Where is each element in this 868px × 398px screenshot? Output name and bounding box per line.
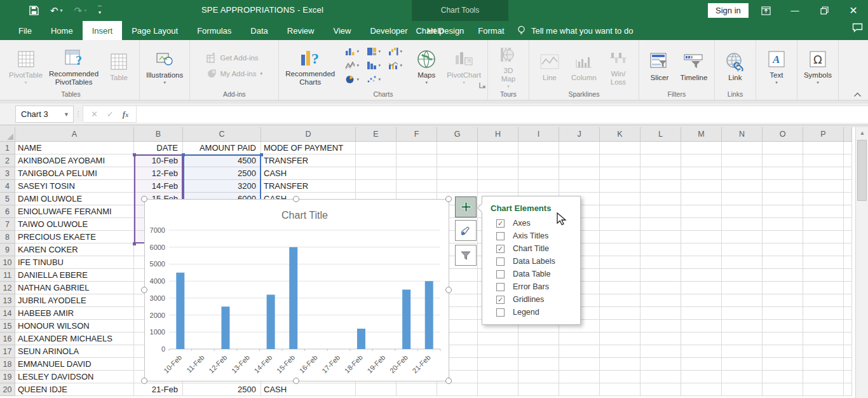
cell-G4[interactable]: [437, 180, 478, 193]
cell-F3[interactable]: [397, 167, 437, 180]
cell-x13[interactable]: [844, 294, 852, 307]
cell-F20[interactable]: [397, 383, 437, 396]
cell-O2[interactable]: [763, 154, 803, 167]
cell-D20[interactable]: CASH: [261, 383, 356, 396]
cell-O19[interactable]: [763, 371, 803, 383]
cell-L9[interactable]: [641, 244, 681, 256]
cell-D3[interactable]: CASH: [261, 167, 356, 180]
cell-M5[interactable]: [681, 193, 722, 205]
cell-A13[interactable]: JUBRIL AYODELE: [15, 294, 134, 307]
cell-P13[interactable]: [803, 294, 844, 307]
cell-M13[interactable]: [681, 294, 722, 307]
cell-O7[interactable]: [763, 218, 803, 231]
cell-O16[interactable]: [763, 333, 803, 345]
cell-K4[interactable]: [600, 180, 641, 193]
cell-O15[interactable]: [763, 320, 803, 333]
cell-x19[interactable]: [844, 371, 852, 383]
cell-O6[interactable]: [763, 205, 803, 218]
chart-styles-button[interactable]: [455, 220, 477, 241]
cell-O17[interactable]: [763, 345, 803, 358]
cell-K18[interactable]: [600, 358, 641, 371]
cell-P9[interactable]: [803, 244, 844, 256]
cell-B2[interactable]: 10-Feb: [134, 154, 183, 167]
cell-P19[interactable]: [803, 371, 844, 383]
cell-M2[interactable]: [681, 154, 722, 167]
checked-checkbox-icon[interactable]: ✓: [496, 245, 505, 253]
cell-L6[interactable]: [641, 205, 681, 218]
column-header-C[interactable]: C: [183, 127, 261, 142]
cell-K11[interactable]: [600, 269, 641, 282]
cell-C20[interactable]: 2500: [183, 383, 261, 396]
scroll-up-icon[interactable]: ▲: [856, 127, 868, 139]
cell-M8[interactable]: [681, 231, 722, 244]
cell-O20[interactable]: [763, 383, 803, 396]
cell-x3[interactable]: [844, 167, 852, 180]
cell-M16[interactable]: [681, 333, 722, 345]
row-header-2[interactable]: 2: [0, 154, 15, 167]
scrollbar-thumb[interactable]: [857, 140, 867, 201]
cell-O13[interactable]: [763, 294, 803, 307]
cell-N13[interactable]: [722, 294, 763, 307]
cell-O8[interactable]: [763, 231, 803, 244]
row-header-18[interactable]: 18: [0, 358, 15, 371]
cell-H20[interactable]: [478, 383, 519, 396]
cell-L7[interactable]: [641, 218, 681, 231]
cell-x20[interactable]: [844, 383, 852, 396]
column-header-B[interactable]: B: [134, 127, 183, 142]
insert-column-chart-icon[interactable]: ▾: [341, 45, 363, 58]
column-header-I[interactable]: I: [519, 127, 559, 142]
insert-combo-chart-icon[interactable]: ▾: [384, 58, 406, 72]
cell-C1[interactable]: AMOUNT PAID: [183, 142, 261, 154]
cell-P17[interactable]: [803, 345, 844, 358]
cell-F4[interactable]: [397, 180, 437, 193]
row-header-8[interactable]: 8: [0, 231, 15, 244]
row-header-15[interactable]: 15: [0, 320, 15, 333]
sign-in-button[interactable]: Sign in: [708, 3, 749, 18]
cell-M9[interactable]: [681, 244, 722, 256]
cell-M1[interactable]: [681, 142, 722, 154]
cell-M7[interactable]: [681, 218, 722, 231]
undo-button[interactable]: ↶▾: [50, 5, 63, 17]
cell-A4[interactable]: SASEYI TOSIN: [15, 180, 134, 193]
recommended-pivottables-button[interactable]: ?Recommended PivotTables: [46, 45, 101, 86]
column-header-A[interactable]: A: [15, 127, 134, 142]
chart-resize-handle[interactable]: [141, 378, 147, 384]
tab-format[interactable]: Format: [471, 21, 511, 40]
cell-B20[interactable]: 21-Feb: [134, 383, 183, 396]
chart-resize-handle[interactable]: [445, 378, 452, 384]
row-header-19[interactable]: 19: [0, 371, 15, 383]
insert-line-chart-icon[interactable]: ▾: [341, 58, 363, 72]
column-header-P[interactable]: P: [803, 127, 844, 142]
column-header-F[interactable]: F: [397, 127, 437, 142]
cell-I19[interactable]: [519, 371, 559, 383]
cell-x7[interactable]: [844, 218, 852, 231]
cell-K6[interactable]: [600, 205, 641, 218]
chart-resize-handle[interactable]: [445, 196, 452, 202]
cell-L13[interactable]: [641, 294, 681, 307]
cell-J1[interactable]: [559, 142, 600, 154]
row-header-1[interactable]: 1: [0, 142, 15, 154]
cell-A15[interactable]: HONOUR WILSON: [15, 320, 134, 333]
cell-N2[interactable]: [722, 154, 763, 167]
tab-formulas[interactable]: Formulas: [187, 21, 241, 40]
row-header-10[interactable]: 10: [0, 256, 15, 269]
row-header-5[interactable]: 5: [0, 193, 15, 205]
cell-M12[interactable]: [681, 282, 722, 294]
cell-x14[interactable]: [844, 307, 852, 320]
row-header-12[interactable]: 12: [0, 282, 15, 294]
checked-checkbox-icon[interactable]: ✓: [496, 219, 505, 228]
column-header-E[interactable]: E: [356, 127, 397, 142]
cell-P15[interactable]: [803, 320, 844, 333]
cell-P7[interactable]: [803, 218, 844, 231]
row-header-13[interactable]: 13: [0, 294, 15, 307]
chart-element-option-chart-title[interactable]: ✓Chart Title: [496, 242, 580, 255]
save-button[interactable]: [29, 6, 39, 15]
ribbon-display-options-button[interactable]: [751, 0, 780, 21]
cell-N8[interactable]: [722, 231, 763, 244]
cell-I20[interactable]: [519, 383, 559, 396]
row-header-3[interactable]: 3: [0, 167, 15, 180]
unchecked-checkbox-icon[interactable]: [496, 283, 505, 291]
cell-L18[interactable]: [641, 358, 681, 371]
column-header-M[interactable]: M: [681, 127, 722, 142]
customize-qat-button[interactable]: ¯▾: [98, 8, 102, 14]
